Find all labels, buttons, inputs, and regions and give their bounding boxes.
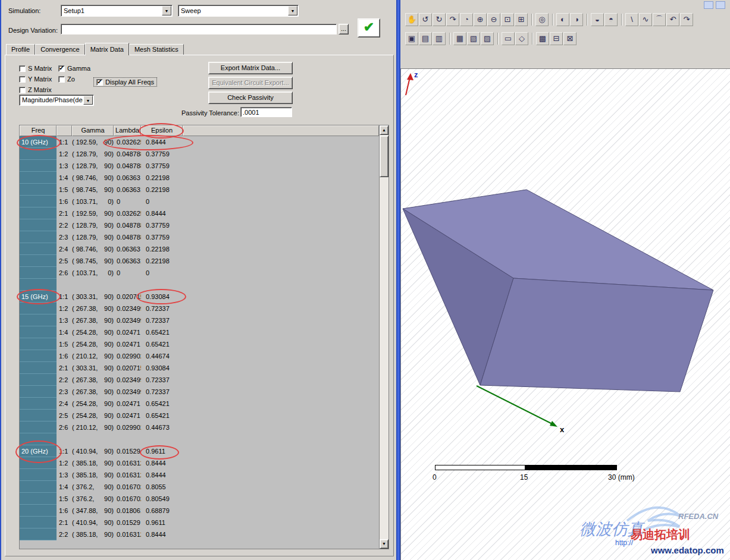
table-row[interactable]: 10 (GHz)1:1( 192.59,90)0.0326250.8444 <box>20 136 379 148</box>
copy-image-icon[interactable]: ▣ <box>405 32 418 45</box>
table-row[interactable]: 2:3( 128.79,90)0.0487880.37759 <box>20 231 379 243</box>
table-row[interactable]: 2:4( 254.28,90)0.024710.65421 <box>20 398 379 410</box>
plot-solid-icon[interactable]: ▩ <box>536 32 549 45</box>
view-orientation-icon[interactable]: ◎ <box>535 13 549 26</box>
table-row[interactable]: 2:2( 267.38,90)0.0234990.72337 <box>20 374 379 386</box>
apply-check-button[interactable]: ✔ <box>358 18 380 37</box>
plot-bars-icon[interactable]: ▦ <box>453 32 466 45</box>
vertical-scrollbar[interactable]: ▲ ▼ <box>379 125 389 549</box>
sweep-dropdown[interactable]: Sweep ▼ <box>178 5 299 17</box>
rotate-view-icon[interactable]: ↻ <box>433 13 446 26</box>
chevron-down-icon[interactable]: ▼ <box>288 6 297 15</box>
rotate-model-icon[interactable]: ↺ <box>419 13 432 26</box>
table-row[interactable]: 1:4( 376.2,90)0.0167020.8055 <box>20 481 379 493</box>
check-passivity-button[interactable]: Check Passivity <box>208 92 293 104</box>
export-matrix-data-button[interactable]: Export Matrix Data... <box>208 62 293 74</box>
table-row[interactable]: 2:3( 267.38,90)0.0234990.72337 <box>20 386 379 398</box>
table-row[interactable]: 1:6( 210.12,90)0.0299020.44674 <box>20 350 379 362</box>
table-row[interactable]: 2:4( 98.746,90)0.063630.22198 <box>20 243 379 255</box>
zoom-out-icon[interactable]: ⊖ <box>487 13 500 26</box>
copy-data-icon[interactable]: ▤ <box>419 32 432 45</box>
table-row[interactable]: 1:4( 98.746,90)0.063630.22198 <box>20 172 379 184</box>
pan-hand-icon[interactable]: ✋ <box>405 13 418 26</box>
window-splitter[interactable] <box>396 0 400 560</box>
table-row[interactable]: 1:6( 347.88,90)0.0180610.68879 <box>20 505 379 517</box>
globe-front-view-icon[interactable]: ◐ <box>556 13 569 26</box>
zoom-window-icon[interactable]: ⊡ <box>501 13 514 26</box>
export-image-icon[interactable]: ▥ <box>433 32 446 45</box>
table-row[interactable]: 2:2( 128.79,90)0.0487880.37759 <box>20 219 379 231</box>
fit-all-icon[interactable]: ⊞ <box>515 13 528 26</box>
scrollbar-thumb[interactable] <box>380 136 389 177</box>
table-row[interactable]: 2:6( 210.12,90)0.0299020.44673 <box>20 421 379 433</box>
table-row[interactable]: 1:6( 103.71,0)00 <box>20 196 379 207</box>
table-row[interactable]: 1:2( 267.38,90)0.0234990.72337 <box>20 303 379 314</box>
table-row[interactable] <box>20 433 379 445</box>
table-row[interactable]: 1:3( 267.38,90)0.0234990.72337 <box>20 314 379 326</box>
design-variation-input[interactable] <box>61 24 337 34</box>
table-row[interactable]: 1:3( 128.79,90)0.0487880.37759 <box>20 160 379 172</box>
minimize-button[interactable] <box>704 1 713 9</box>
plot-stack-icon[interactable]: ▧ <box>467 32 480 45</box>
rotate-axis-icon[interactable]: ↷ <box>446 13 459 26</box>
table-row[interactable]: 1:5( 98.745,90)0.0636310.22198 <box>20 184 379 196</box>
table-row[interactable]: 1:2( 385.18,90)0.0163120.8444 <box>20 457 379 469</box>
scroll-down-icon[interactable]: ▼ <box>380 539 389 549</box>
header-index[interactable] <box>57 125 72 136</box>
passivity-tolerance-input[interactable] <box>240 107 292 117</box>
checkbox-s-matrix[interactable]: S Matrix <box>19 63 58 74</box>
chevron-down-icon[interactable]: ▼ <box>83 96 93 105</box>
table-row[interactable]: 1:5( 376.2,90)0.0167020.80549 <box>20 493 379 505</box>
tab-mesh-statistics[interactable]: Mesh Statistics <box>129 44 184 55</box>
table-row[interactable]: 15 (GHz)1:1( 303.31,90)0.0207150.93084 <box>20 291 379 303</box>
rectangle-tool-icon[interactable]: ▭ <box>502 32 515 45</box>
header-epsilon[interactable]: Epsilon <box>141 125 183 136</box>
plot-area-icon[interactable]: ▨ <box>481 32 494 45</box>
checkbox-gamma[interactable]: Gamma <box>58 63 106 74</box>
arc-tool-icon[interactable]: ⌒ <box>653 13 666 26</box>
table-row[interactable]: 20 (GHz)1:1( 410.94,90)0.015290.9611 <box>20 445 379 457</box>
line-tool-icon[interactable]: \ <box>625 13 638 26</box>
globe-top-view-icon[interactable]: ◒ <box>591 13 604 26</box>
checkbox-z-matrix[interactable]: Z Matrix <box>19 84 58 95</box>
setup-dropdown[interactable]: Setup1 ▼ <box>61 5 173 17</box>
tab-convergence[interactable]: Convergence <box>35 44 84 55</box>
redo-curve-icon[interactable]: ↷ <box>680 13 693 26</box>
table-row[interactable]: 2:2( 385.18,90)0.0163120.8444 <box>20 528 379 540</box>
table-row[interactable]: 2:1( 410.94,90)0.015290.9611 <box>20 517 379 528</box>
header-lambda[interactable]: Lambda <box>114 125 141 136</box>
passivity-tolerance-label: Passivity Tolerance: <box>181 109 239 117</box>
display-all-freqs-checkbox[interactable]: Display All Freqs <box>93 77 157 87</box>
checkbox-y-matrix[interactable]: Y Matrix <box>19 74 58 84</box>
tab-profile[interactable]: Profile <box>6 44 35 55</box>
table-row[interactable] <box>20 279 379 291</box>
table-row[interactable]: 2:6( 103.71,0)00 <box>20 267 379 279</box>
format-dropdown[interactable]: Magnitude/Phase(deg ▼ <box>19 95 94 106</box>
ellipse-tool-icon[interactable]: ◇ <box>515 32 528 45</box>
undo-curve-icon[interactable]: ↶ <box>666 13 679 26</box>
header-gamma[interactable]: Gamma <box>72 125 114 136</box>
browse-button[interactable]: ... <box>339 24 349 34</box>
tab-matrix-data[interactable]: Matrix Data <box>85 43 129 55</box>
header-freq[interactable]: Freq <box>20 125 57 136</box>
close-button[interactable] <box>716 1 725 9</box>
table-row[interactable]: 2:1( 303.31,90)0.0207150.93084 <box>20 362 379 374</box>
globe-back-view-icon[interactable]: ◑ <box>570 13 583 26</box>
table-row[interactable]: 1:3( 385.18,90)0.0163120.8444 <box>20 469 379 481</box>
scroll-up-icon[interactable]: ▲ <box>380 125 389 135</box>
table-row[interactable]: 2:5( 254.28,90)0.024710.65421 <box>20 410 379 421</box>
table-row[interactable]: 1:2( 128.79,90)0.0487880.37759 <box>20 148 379 160</box>
plot-mesh-icon[interactable]: ⊟ <box>550 32 563 45</box>
spline-tool-icon[interactable]: ∿ <box>639 13 652 26</box>
modeler-3d-view[interactable]: x z 0 15 30 (mm) 微波仿真 RFEDA.CN 易迪拓培训 htt… <box>400 68 730 560</box>
table-row[interactable]: 2:5( 98.745,90)0.0636310.22198 <box>20 255 379 267</box>
rotate-center-icon[interactable]: ◔ <box>460 13 473 26</box>
plot-grid-icon[interactable]: ⊠ <box>563 32 577 45</box>
chevron-down-icon[interactable]: ▼ <box>162 6 171 15</box>
table-row[interactable]: 1:4( 254.28,90)0.024710.65421 <box>20 326 379 338</box>
globe-bottom-view-icon[interactable]: ◓ <box>604 13 618 26</box>
model-right-face[interactable] <box>480 278 713 392</box>
table-row[interactable]: 2:1( 192.59,90)0.0326250.8444 <box>20 207 379 219</box>
table-row[interactable]: 1:5( 254.28,90)0.024710.65421 <box>20 338 379 350</box>
zoom-in-icon[interactable]: ⊕ <box>474 13 487 26</box>
